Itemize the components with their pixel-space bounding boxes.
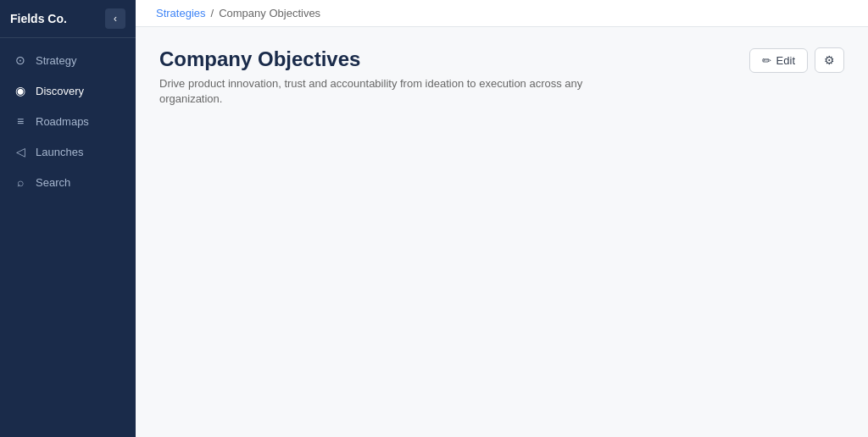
breadcrumb-current: Company Objectives	[219, 7, 320, 19]
sidebar-item-launches[interactable]: ◁ Launches	[0, 136, 136, 167]
page-title: Company Objectives	[159, 47, 749, 71]
edit-button[interactable]: ✏ Edit	[749, 48, 808, 73]
breadcrumb: Strategies / Company Objectives	[136, 0, 868, 27]
sidebar-item-label: Search	[36, 176, 70, 189]
sidebar-item-discovery[interactable]: ◉ Discovery	[0, 75, 136, 106]
discovery-icon: ◉	[14, 84, 27, 97]
settings-icon: ⚙	[824, 53, 835, 67]
strategy-icon: ⊙	[14, 53, 27, 67]
sidebar-item-label: Launches	[36, 146, 83, 158]
sidebar-item-roadmaps[interactable]: ≡ Roadmaps	[0, 106, 136, 136]
edit-label: Edit	[776, 54, 795, 67]
sidebar-item-label: Discovery	[36, 85, 84, 97]
breadcrumb-separator: /	[211, 7, 214, 19]
sidebar-item-search[interactable]: ⌕ Search	[0, 167, 136, 197]
sidebar-header: Fields Co. ‹	[0, 0, 136, 38]
sidebar: Fields Co. ‹ ⊙ Strategy ◉ Discovery ≡ Ro…	[0, 0, 136, 437]
app-logo: Fields Co.	[10, 12, 67, 25]
content-area: Company Objectives Drive product innovat…	[136, 27, 868, 437]
sidebar-item-label: Strategy	[36, 54, 76, 67]
sidebar-item-strategy[interactable]: ⊙ Strategy	[0, 45, 136, 75]
settings-button[interactable]: ⚙	[815, 47, 844, 73]
roadmaps-icon: ≡	[14, 114, 27, 128]
page-subtitle: Drive product innovation, trust and acco…	[159, 76, 583, 107]
page-title-block: Company Objectives Drive product innovat…	[159, 47, 749, 124]
launches-icon: ◁	[14, 145, 27, 158]
search-icon: ⌕	[14, 175, 27, 189]
main-content: Strategies / Company Objectives Company …	[136, 0, 868, 437]
edit-icon: ✏	[762, 54, 771, 67]
sidebar-nav: ⊙ Strategy ◉ Discovery ≡ Roadmaps ◁ Laun…	[0, 38, 136, 437]
page-header: Company Objectives Drive product innovat…	[159, 47, 844, 124]
sidebar-item-label: Roadmaps	[36, 115, 89, 128]
sidebar-collapse-button[interactable]: ‹	[105, 8, 125, 29]
breadcrumb-parent[interactable]: Strategies	[156, 7, 206, 19]
page-actions: ✏ Edit ⚙	[749, 47, 844, 73]
